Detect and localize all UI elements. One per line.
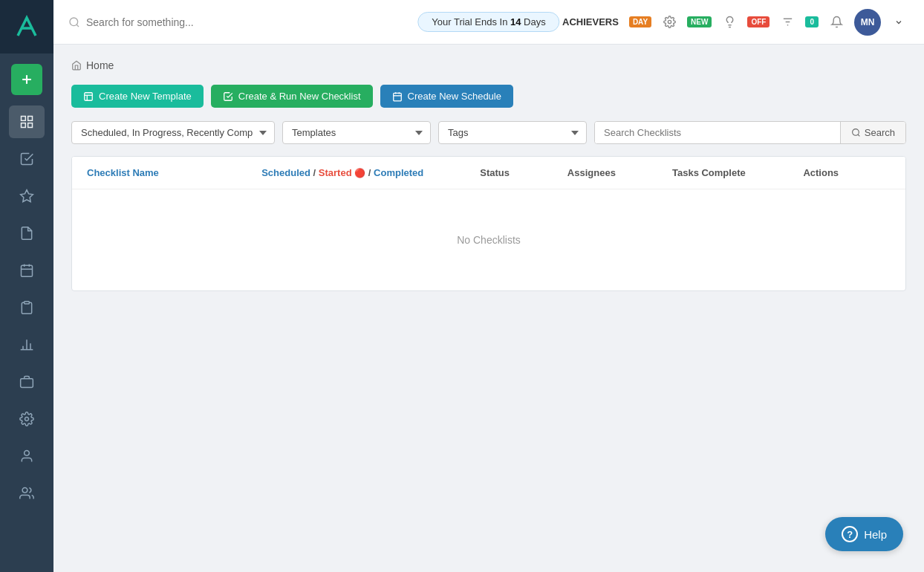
template-icon [83, 91, 94, 102]
svg-rect-32 [393, 93, 401, 100]
badge-notif: 0 [805, 16, 819, 27]
schedule-icon [392, 91, 403, 102]
status-filter[interactable]: Scheduled, In Progress, Recently Comp [71, 121, 275, 144]
trial-days: 14 [510, 16, 521, 27]
bell-icon[interactable] [826, 12, 847, 33]
svg-point-36 [852, 129, 859, 136]
col-actions: Actions [803, 167, 891, 178]
sidebar-item-briefcase[interactable] [9, 365, 45, 398]
avatar[interactable]: MN [854, 9, 881, 36]
sidebar-item-chart[interactable] [9, 328, 45, 361]
search-icon [851, 128, 861, 137]
search-checklists-button[interactable]: Search [840, 122, 905, 143]
col-scheduled: Scheduled [261, 167, 310, 178]
svg-rect-11 [25, 302, 30, 304]
search-checklists-container: Search [594, 121, 906, 144]
badge-off: OFF [747, 16, 770, 27]
svg-rect-3 [28, 117, 33, 121]
help-button[interactable]: ? Help [825, 517, 903, 551]
checklist-run-icon [223, 91, 233, 102]
create-run-checklist-button[interactable]: Create & Run New Checklist [211, 85, 373, 108]
svg-rect-4 [22, 123, 26, 128]
svg-point-19 [25, 451, 30, 456]
home-icon [71, 60, 82, 71]
sidebar-item-checklist[interactable] [9, 143, 45, 175]
badge-day: DAY [629, 16, 651, 27]
sidebar-item-calendar[interactable] [9, 254, 45, 287]
col-scheduled-started-completed: Scheduled / Started 🔴 / Completed [261, 167, 480, 178]
sidebar-nav [0, 105, 53, 510]
col-started: Started [319, 167, 352, 178]
svg-point-23 [668, 20, 671, 23]
svg-point-18 [25, 417, 29, 421]
col-status: Status [480, 167, 567, 178]
create-schedule-button[interactable]: Create New Schedule [380, 85, 513, 108]
svg-rect-29 [85, 92, 93, 100]
sidebar-item-team[interactable] [9, 477, 45, 510]
fire-indicator: 🔴 [354, 168, 365, 178]
col-checklist-name: Checklist Name [87, 167, 261, 178]
slash1: / [313, 167, 319, 178]
sidebar-item-settings[interactable] [9, 403, 45, 435]
create-template-button[interactable]: Create New Template [71, 85, 204, 108]
svg-line-22 [77, 25, 79, 27]
add-button[interactable] [11, 64, 42, 95]
tags-filter[interactable]: Tags [438, 121, 587, 144]
help-circle-icon: ? [842, 526, 858, 542]
svg-rect-5 [28, 123, 33, 128]
topbar: Your Trial Ends In 14 Days ACHIEVERS DAY… [53, 0, 924, 45]
logo[interactable] [0, 0, 53, 53]
sidebar-item-clipboard[interactable] [9, 291, 45, 324]
slash2: / [368, 167, 374, 178]
search-checklists-input[interactable] [595, 122, 840, 143]
action-buttons: Create New Template Create & Run New Che… [71, 85, 906, 108]
trial-banner: Your Trial Ends In 14 Days [417, 12, 559, 32]
sidebar-item-file[interactable] [9, 217, 45, 250]
col-completed: Completed [374, 167, 423, 178]
filters-row: Scheduled, In Progress, Recently Comp Te… [71, 121, 906, 144]
empty-state: No Checklists [72, 189, 905, 290]
svg-marker-6 [21, 190, 33, 202]
svg-rect-7 [22, 265, 33, 276]
table-header: Checklist Name Scheduled / Started 🔴 / C… [72, 157, 905, 189]
sidebar-item-starred[interactable] [9, 180, 45, 212]
org-name: ACHIEVERS [562, 16, 619, 27]
filter-icon[interactable] [777, 12, 798, 33]
lightbulb-icon[interactable] [719, 12, 740, 33]
svg-rect-2 [22, 117, 26, 121]
sidebar-item-dashboard[interactable] [9, 105, 45, 138]
main-content: Your Trial Ends In 14 Days ACHIEVERS DAY… [53, 0, 924, 572]
templates-filter[interactable]: Templates [282, 121, 431, 144]
topbar-right: ACHIEVERS DAY NEW OFF 0 [562, 9, 909, 36]
svg-rect-16 [21, 379, 33, 388]
badge-new: NEW [687, 16, 712, 27]
svg-point-20 [22, 488, 27, 493]
sidebar [0, 0, 53, 572]
checklists-table: Checklist Name Scheduled / Started 🔴 / C… [71, 156, 906, 291]
svg-line-37 [858, 134, 859, 136]
avatar-chevron-icon[interactable] [888, 12, 909, 33]
gear-icon[interactable] [659, 12, 680, 33]
col-tasks-complete: Tasks Complete [672, 167, 803, 178]
svg-point-21 [70, 18, 78, 26]
col-assignees: Assignees [567, 167, 672, 178]
page-content: Home Create New Template Create & Run Ne… [53, 45, 924, 572]
breadcrumb-home[interactable]: Home [86, 59, 114, 71]
breadcrumb: Home [71, 59, 906, 71]
sidebar-item-user[interactable] [9, 440, 45, 472]
